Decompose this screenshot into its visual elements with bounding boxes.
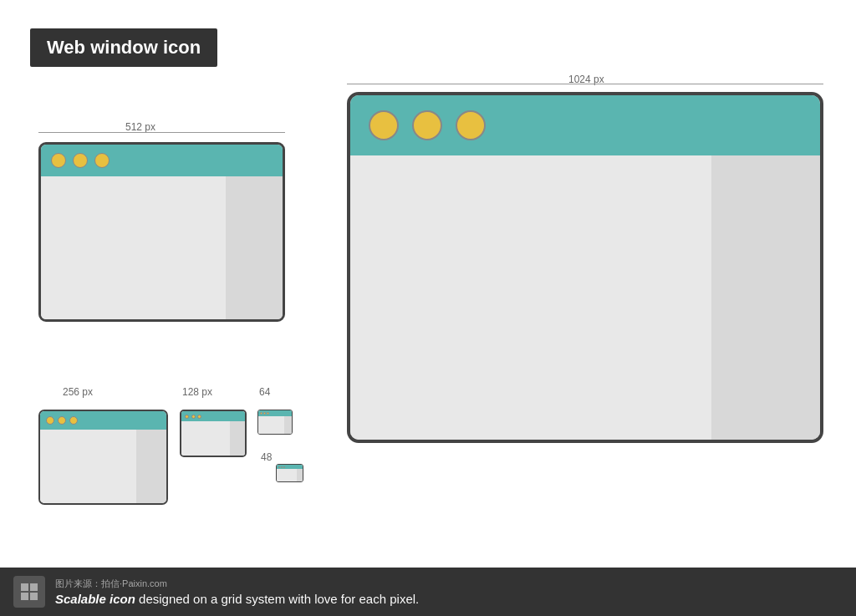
dot-1-small (46, 416, 54, 425)
bottom-description: Scalable icon designed on a grid system … (55, 592, 419, 606)
dot-3-large (456, 110, 486, 140)
dot-2-tiny (191, 415, 196, 419)
web-window-xtiny (257, 410, 293, 435)
titlebar-tiny (181, 411, 245, 421)
sidebar-large (711, 155, 820, 440)
content-large (350, 155, 711, 440)
dim-label-48: 48 (261, 451, 272, 463)
titlebar-xtiny (258, 410, 292, 416)
web-window-large (347, 92, 823, 443)
dim-label-128: 128 px (182, 386, 212, 398)
dot-1-large (369, 110, 399, 140)
dim-label-256: 256 px (63, 386, 93, 398)
dot-2-xtiny (263, 412, 266, 415)
bottom-bar: 图片来源：拍信·Paixin.com Scalable icon designe… (0, 568, 856, 616)
svg-rect-2 (21, 593, 28, 600)
watermark-icon (13, 576, 45, 608)
dot-2-micro (281, 466, 283, 468)
dim-label-64: 64 (259, 386, 270, 398)
bottom-text-rest: designed on a grid system with love for … (135, 592, 419, 606)
dim-label-512: 512 px (125, 121, 155, 133)
dot-1-medium (51, 153, 66, 168)
sidebar-tiny (230, 421, 245, 456)
dot-1-micro (278, 466, 280, 468)
watermark-source: 图片来源：拍信·Paixin.com (55, 578, 419, 590)
content-medium (41, 176, 226, 319)
titlebar-large (350, 95, 820, 155)
sidebar-xtiny (284, 416, 292, 434)
content-xtiny (258, 416, 284, 434)
content-tiny (181, 421, 230, 456)
bottom-text-italic: Scalable icon (55, 592, 135, 606)
dot-2-small (58, 416, 66, 425)
svg-rect-1 (30, 583, 38, 591)
titlebar-medium (41, 145, 283, 176)
dot-3-xtiny (267, 412, 269, 415)
dot-3-micro (283, 466, 285, 468)
page-title: Web window icon (30, 28, 217, 67)
dim-line-large-h (347, 84, 823, 84)
sidebar-medium (226, 176, 283, 319)
dot-3-small (69, 416, 78, 425)
content-micro (277, 469, 297, 481)
web-window-micro (276, 464, 303, 482)
svg-rect-0 (21, 583, 28, 591)
web-window-small (38, 410, 168, 505)
sidebar-micro (297, 469, 303, 481)
titlebar-small (40, 411, 166, 430)
dot-2-medium (73, 153, 88, 168)
web-window-medium (38, 142, 285, 322)
content-small (40, 430, 136, 503)
sidebar-small (136, 430, 166, 503)
web-window-tiny (180, 410, 247, 457)
dim-line-medium-h (38, 132, 285, 133)
dot-3-tiny (197, 415, 201, 419)
svg-rect-3 (30, 593, 38, 600)
dot-3-medium (94, 153, 110, 168)
dot-2-large (412, 110, 442, 140)
dot-1-tiny (185, 415, 189, 419)
dot-1-xtiny (260, 412, 262, 415)
